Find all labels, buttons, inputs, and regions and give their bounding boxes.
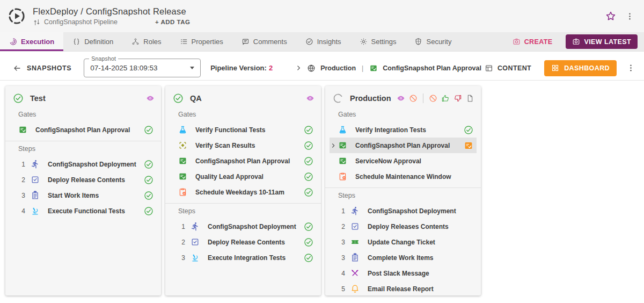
thumb-up-icon[interactable] [441,94,450,103]
tab-security[interactable]: Security [405,32,460,51]
env-column-header: Production [325,86,481,109]
gate-row[interactable]: Schedule Weekdays 10-11am [178,184,313,200]
step-row[interactable]: 3Execute Integration Tests [178,250,313,265]
step-row[interactable]: 4Execute Functional Tests [18,203,153,219]
block-icon[interactable] [409,94,418,103]
step-number: 4 [338,270,345,277]
gate-label: Schedule Maintenance Window [355,173,451,181]
pipeline-version: Pipeline Version:2 [210,64,273,72]
pipeline-name: ConfigSnapshot Pipeline [44,18,118,26]
content-icon [485,64,493,73]
step-row[interactable]: 1ConfigSnapshot Deployment [338,203,473,219]
dropdown-caret-icon [190,67,194,69]
dashboard-button-label: DASHBOARD [564,64,610,72]
steps-list: 1ConfigSnapshot Deployment2Deploy Releas… [5,156,161,219]
steps-section-label: Steps [165,206,321,219]
flexdeploy-logo-icon[interactable] [8,7,26,25]
gates-list: Verify Integration TestsConfigSnapshot P… [325,122,481,184]
deploy-icon [191,237,200,247]
snapshot-select[interactable]: Snapshot 07-14-2025 18:09:53 [84,59,201,77]
tab-label: Roles [143,38,161,46]
ticket-icon [350,237,360,247]
tab-comments[interactable]: Comments [232,32,296,51]
tab-settings[interactable]: Settings [350,32,406,51]
gate-row[interactable]: ConfigSnapshot Plan Approval [178,153,313,169]
check-circle-icon [304,222,313,232]
gate-row[interactable]: ConfigSnapshot Plan Approval [330,138,477,153]
gate-row[interactable]: Verify Functional Tests [178,122,313,138]
step-row[interactable]: 2Deploy Release Contents [18,172,153,187]
step-row[interactable]: 4Post Slack Message [338,265,473,281]
snapshots-back-button[interactable]: SNAPSHOTS [13,64,71,73]
tab-roles[interactable]: Roles [122,32,170,51]
create-button[interactable]: CREATE [509,37,556,46]
snapshot-select-label: Snapshot [89,55,118,62]
step-row[interactable]: 2Deploy Release Contents [178,234,313,250]
gate-row[interactable]: ServiceNow Approval [338,153,473,169]
tab-definition[interactable]: Definition [63,32,122,51]
schedule-icon [338,172,347,181]
eye-icon[interactable] [306,94,314,103]
content-button[interactable]: CONTENT [481,63,535,73]
tab-insights[interactable]: Insights [296,32,350,51]
deploy-icon [31,175,40,184]
step-number: 5 [338,285,345,293]
step-row[interactable]: 3Complete Work Items [338,250,473,265]
gates-section-label: Gates [5,109,161,122]
gate-row[interactable]: ConfigSnapshot Plan Approval [18,122,153,138]
dashboard-button[interactable]: DASHBOARD [544,60,617,76]
favorite-star-icon[interactable] [605,10,617,22]
eye-icon[interactable] [397,94,405,103]
snapshots-back-label: SNAPSHOTS [27,64,71,72]
dashboard-grid-icon [551,64,559,72]
doc-icon[interactable] [466,94,474,103]
step-row[interactable]: 1ConfigSnapshot Deployment [18,156,153,172]
microscope-icon [31,206,40,215]
run-icon [350,206,360,215]
gate-row[interactable]: Quality Lead Approval [178,169,313,184]
view-latest-button-label: VIEW LATEST [584,38,632,46]
gate-label: Schedule Weekdays 10-11am [195,189,284,196]
step-row[interactable]: 3Start Work Items [18,187,153,203]
roles-icon [131,38,140,46]
flask-icon [338,125,347,134]
thumb-down-icon[interactable] [453,94,462,103]
content-button-label: CONTENT [497,64,531,72]
view-latest-button[interactable]: VIEW LATEST [566,34,638,49]
eye-icon[interactable] [146,94,155,103]
check-circle-icon [304,156,313,166]
snapshot-bar-more-icon[interactable] [626,63,635,73]
tab-properties[interactable]: Properties [171,32,232,51]
steps-list: 1ConfigSnapshot Deployment2Deploy Releas… [325,203,481,295]
approval-gate-icon [369,64,378,73]
approval-icon [338,156,347,165]
approval-icon [464,141,473,150]
step-label: Deploy Releases Contents [368,223,449,230]
properties-icon [180,38,188,46]
step-label: Complete Work Items [368,254,433,262]
step-row[interactable]: 2Deploy Releases Contents [338,219,473,234]
block-icon[interactable] [429,94,437,103]
create-button-label: CREATE [524,38,553,46]
tab-execution[interactable]: Execution [0,32,63,51]
step-label: Execute Integration Tests [208,254,286,262]
add-tag-button[interactable]: + ADD TAG [155,19,191,25]
step-row[interactable]: 3Update Change Ticket [338,234,473,250]
breadcrumb-chevron-icon[interactable] [295,64,302,71]
microscope-icon [191,253,200,262]
flask-icon [178,125,187,134]
env-column-production: ProductionGatesVerify Integration TestsC… [325,86,481,295]
camera-icon [572,38,580,46]
step-row[interactable]: 5Email Release Report [338,281,473,295]
schedule-icon [178,187,187,197]
section-divider [325,187,481,188]
gate-row[interactable]: Verify Integration Tests [338,122,473,138]
header-more-icon[interactable] [625,12,634,21]
step-label: ConfigSnapshot Deployment [208,223,296,230]
pipeline-version-value[interactable]: 2 [269,64,273,72]
step-number: 2 [18,176,25,184]
step-row[interactable]: 1ConfigSnapshot Deployment [178,219,313,234]
gate-row[interactable]: Schedule Maintenance Window [338,169,473,184]
tab-label: Security [426,38,451,46]
gate-row[interactable]: Verify Scan Results [178,138,313,153]
